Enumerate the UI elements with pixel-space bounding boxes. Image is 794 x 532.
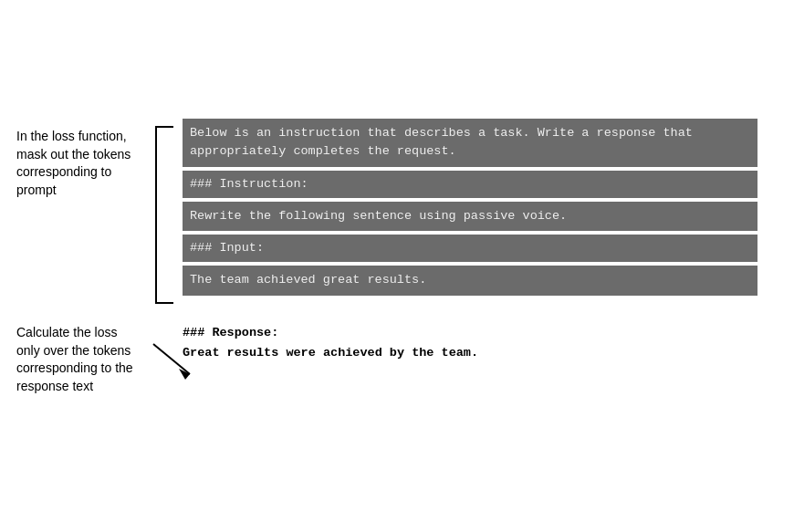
input-label-block: ### Input: <box>183 235 757 262</box>
response-area: ### Response: Great results were achieve… <box>183 324 730 363</box>
input-text-block: The team achieved great results. <box>183 266 757 295</box>
annotation-response: Calculate the loss only over the tokens … <box>16 324 144 395</box>
prompt-mask-text: In the loss function, mask out the token… <box>16 129 131 197</box>
annotation-prompt: In the loss function, mask out the token… <box>16 128 144 199</box>
main-container: In the loss function, mask out the token… <box>0 0 794 532</box>
response-loss-text: Calculate the loss only over the tokens … <box>16 325 133 393</box>
instruction-text-block: Rewrite the following sentence using pas… <box>183 202 757 231</box>
instruction-label-block: ### Instruction: <box>183 171 757 198</box>
prompt-bracket <box>155 126 173 304</box>
code-area: Below is an instruction that describes a… <box>183 119 757 299</box>
response-label: ### Response: <box>183 324 730 342</box>
response-text: Great results were achieved by the team. <box>183 344 730 362</box>
system-prompt-block: Below is an instruction that describes a… <box>183 119 757 167</box>
